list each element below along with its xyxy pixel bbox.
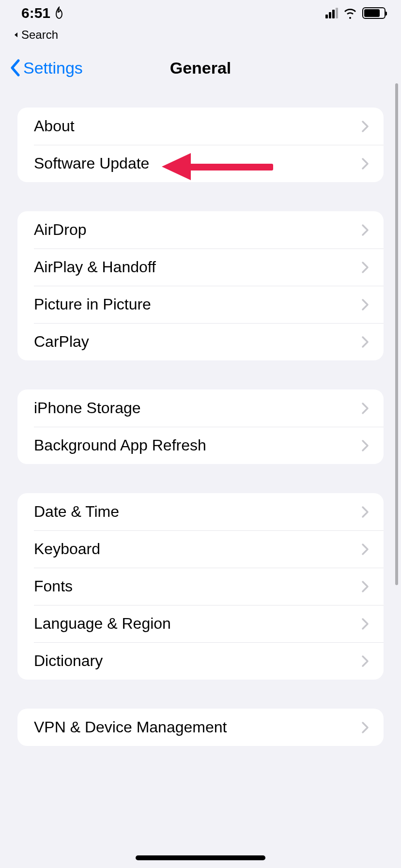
chevron-left-icon [10,59,20,77]
back-button[interactable]: Settings [10,59,83,78]
cellular-icon [325,8,338,18]
row-label: iPhone Storage [34,399,141,417]
row-dictionary[interactable]: Dictionary [17,642,384,680]
back-label: Settings [23,59,83,78]
row-airplay-handoff[interactable]: AirPlay & Handoff [17,248,384,286]
row-language-region[interactable]: Language & Region [17,605,384,642]
chevron-right-icon [361,261,369,274]
row-label: Dictionary [34,652,103,670]
row-label: AirDrop [34,221,86,239]
row-label: Date & Time [34,503,119,521]
status-left: 6:51 [21,5,65,21]
caret-left-icon [14,32,19,38]
chevron-right-icon [361,298,369,311]
row-background-app-refresh[interactable]: Background App Refresh [17,427,384,464]
row-airdrop[interactable]: AirDrop [17,211,384,248]
row-iphone-storage[interactable]: iPhone Storage [17,389,384,427]
battery-fill [364,9,380,17]
chevron-right-icon [361,402,369,415]
row-carplay[interactable]: CarPlay [17,323,384,360]
breadcrumb-label: Search [21,28,58,42]
row-keyboard[interactable]: Keyboard [17,530,384,568]
row-software-update[interactable]: Software Update [17,145,384,182]
row-date-time[interactable]: Date & Time [17,493,384,530]
status-time: 6:51 [21,5,50,21]
chevron-right-icon [361,157,369,170]
scroll-indicator[interactable] [395,83,398,585]
status-right [325,7,386,19]
row-label: Fonts [34,577,73,595]
row-label: Keyboard [34,540,100,558]
chevron-right-icon [361,655,369,667]
settings-group: Date & Time Keyboard Fonts Language & Re… [17,493,384,680]
settings-group: iPhone Storage Background App Refresh [17,389,384,464]
chevron-right-icon [361,543,369,556]
status-bar: 6:51 [0,0,401,26]
chevron-right-icon [361,506,369,518]
breadcrumb-back[interactable]: Search [0,26,401,48]
chevron-right-icon [361,224,369,236]
row-picture-in-picture[interactable]: Picture in Picture [17,286,384,323]
battery-icon [362,7,386,19]
chevron-right-icon [361,580,369,593]
row-fonts[interactable]: Fonts [17,568,384,605]
chevron-right-icon [361,439,369,452]
settings-group: VPN & Device Management [17,709,384,746]
chevron-right-icon [361,120,369,133]
settings-group: About Software Update [17,108,384,182]
row-label: AirPlay & Handoff [34,258,156,276]
chevron-right-icon [361,721,369,734]
chevron-right-icon [361,618,369,630]
row-label: VPN & Device Management [34,718,227,736]
row-vpn-device-management[interactable]: VPN & Device Management [17,709,384,746]
nav-bar: Settings General [0,48,401,87]
row-about[interactable]: About [17,108,384,145]
settings-content: About Software Update AirDrop AirPlay & … [0,108,401,746]
home-indicator[interactable] [136,855,265,860]
row-label: Language & Region [34,615,171,633]
settings-group: AirDrop AirPlay & Handoff Picture in Pic… [17,211,384,360]
row-label: Software Update [34,155,149,172]
row-label: Background App Refresh [34,436,206,454]
focus-icon [53,6,65,20]
wifi-icon [343,7,357,19]
chevron-right-icon [361,336,369,348]
row-label: About [34,117,75,135]
row-label: Picture in Picture [34,295,151,313]
row-label: CarPlay [34,333,89,351]
